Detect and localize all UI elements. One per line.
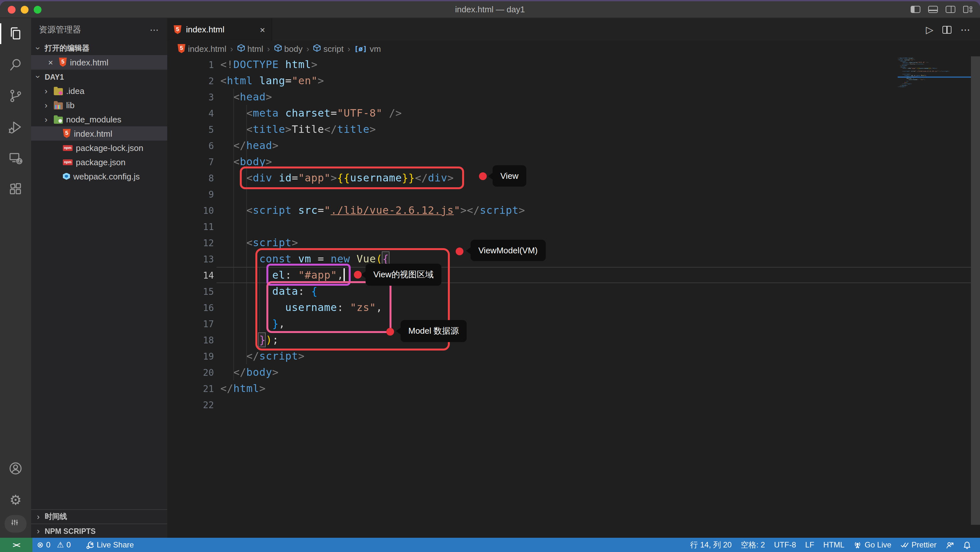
symbol-cube-icon <box>313 44 321 54</box>
breadcrumb-item-vm[interactable]: [ø]vm <box>354 44 381 54</box>
sidebar-bottom-sections: › 时间线 › NPM SCRIPTS <box>31 509 167 538</box>
scrollbar[interactable] <box>971 56 980 525</box>
status-prettier[interactable]: Prettier <box>896 540 941 549</box>
close-window-button[interactable] <box>8 5 16 13</box>
activity-explorer[interactable] <box>0 18 31 49</box>
activity-accounts[interactable] <box>0 453 31 484</box>
title-bar[interactable]: index.html — day1 <box>0 1 980 18</box>
tree-item-package-json[interactable]: npmpackage.json <box>31 155 167 169</box>
status-problems[interactable]: ⊗0⚠0 <box>32 540 75 549</box>
toggle-panel-icon[interactable] <box>928 6 938 13</box>
warning-icon: ⚠ <box>57 540 64 549</box>
npm-scripts-section[interactable]: › NPM SCRIPTS <box>31 523 167 538</box>
code-line-4[interactable]: 4 <meta charset="UTF-8" /> <box>167 105 980 121</box>
more-actions-icon[interactable]: ⋯ <box>150 24 159 35</box>
webpack-icon <box>63 173 70 180</box>
breadcrumb-item-body[interactable]: body <box>274 44 302 54</box>
status-notifications[interactable] <box>959 541 976 549</box>
breadcrumb-separator: › <box>231 44 233 54</box>
code-line-6[interactable]: 6 </head> <box>167 137 980 154</box>
open-editors-label: 打开的编辑器 <box>45 43 89 53</box>
tab-index-html[interactable]: 5 index.html × <box>167 18 272 41</box>
status-encoding[interactable]: UTF-8 <box>770 540 801 549</box>
traffic-lights <box>8 1 41 17</box>
double-check-icon <box>900 541 909 549</box>
activity-search[interactable] <box>0 49 31 80</box>
symbol-variable-icon: [ø] <box>354 44 367 53</box>
status-cursor-position[interactable]: 行 14, 列 20 <box>686 539 736 550</box>
timeline-section[interactable]: › 时间线 <box>31 509 167 523</box>
code-line-20[interactable]: 20 </body> <box>167 364 980 380</box>
code-line-22[interactable] <box>898 87 971 89</box>
code-line-21[interactable]: 21</html> <box>167 380 980 397</box>
code-line-22[interactable]: 22 <box>167 397 980 413</box>
symbol-cube-icon <box>274 44 282 54</box>
open-editors-section[interactable]: › 打开的编辑器 <box>31 41 167 55</box>
code-line-11[interactable]: 11 <box>167 218 980 235</box>
status-live-share[interactable]: Live Share <box>80 540 138 549</box>
tree-item-package-lock-json[interactable]: npmpackage-lock.json <box>31 141 167 155</box>
activity-run-debug[interactable] <box>0 111 31 143</box>
tree-item-node-modules[interactable]: ›node_modules <box>31 112 167 126</box>
search-icon <box>8 57 23 73</box>
status-indentation[interactable]: 空格: 2 <box>736 539 770 550</box>
line-number: 5 <box>167 122 214 138</box>
tree-item-label: package.json <box>76 157 126 167</box>
status-go-live[interactable]: Go Live <box>849 540 896 549</box>
breadcrumb-label: body <box>284 44 302 54</box>
project-section[interactable]: › DAY1 <box>31 69 167 84</box>
zoom-window-button[interactable] <box>34 5 41 13</box>
line-number: 20 <box>167 365 214 381</box>
breadcrumb-item-html[interactable]: html <box>237 44 263 54</box>
status-label: 空格: 2 <box>741 539 765 550</box>
annotation-box-view <box>240 167 464 189</box>
activity-bar: ⚙ <box>0 18 31 538</box>
toggle-secondary-sidebar-icon[interactable] <box>946 6 955 13</box>
line-number: 22 <box>167 397 214 413</box>
code-line-3[interactable]: 3 <head> <box>167 89 980 105</box>
line-number: 12 <box>167 235 214 251</box>
tree-item--idea[interactable]: ›.idea <box>31 84 167 98</box>
close-icon[interactable]: × <box>45 57 56 67</box>
line-number: 3 <box>167 89 214 106</box>
status-person[interactable] <box>941 541 959 549</box>
minimap[interactable]: <!DOCTYPE html><html lang="en"> <head> <… <box>898 58 971 142</box>
tree-indent: › <box>31 86 51 95</box>
chevron-down-icon: › <box>33 72 43 81</box>
tree-item-label: node_modules <box>66 114 121 124</box>
code-line-5[interactable]: 5 <title>Title</title> <box>167 121 980 137</box>
chevron-down-icon: › <box>33 43 43 52</box>
minimize-window-button[interactable] <box>21 5 29 13</box>
run-button[interactable]: ▷ <box>926 24 933 35</box>
tree-item-index-html[interactable]: 5index.html <box>31 126 167 141</box>
source-control-icon <box>8 88 23 104</box>
status-label: UTF-8 <box>774 540 796 549</box>
open-editor-item[interactable]: ×5index.html <box>31 55 167 69</box>
tune-icon <box>10 518 21 529</box>
chevron-right-icon: › <box>41 86 51 95</box>
customize-layout-icon[interactable] <box>963 6 974 13</box>
close-tab-icon[interactable]: × <box>260 24 265 35</box>
activity-extensions[interactable] <box>0 174 31 205</box>
line-number: 9 <box>167 187 214 203</box>
activity-tune[interactable] <box>5 515 27 533</box>
status-eol[interactable]: LF <box>801 540 819 549</box>
status-language[interactable]: HTML <box>819 540 849 549</box>
code-line-1[interactable]: 1<!DOCTYPE html> <box>167 56 980 73</box>
layout-controls <box>911 1 974 17</box>
split-editor-icon[interactable] <box>942 25 951 33</box>
breadcrumb-item-script[interactable]: script <box>313 44 344 54</box>
activity-source-control[interactable] <box>0 80 31 111</box>
tree-item-webpack-config-js[interactable]: webpack.config.js <box>31 169 167 183</box>
error-count: 0 <box>46 540 50 549</box>
breadcrumb-item-index.html[interactable]: 5index.html <box>178 44 226 54</box>
more-actions-icon[interactable]: ⋯ <box>961 24 971 35</box>
account-icon <box>8 461 23 476</box>
tree-item-lib[interactable]: ›lib <box>31 98 167 112</box>
toggle-sidebar-icon[interactable] <box>911 6 920 13</box>
remote-indicator[interactable]: >< <box>0 538 32 552</box>
activity-remote-explorer[interactable] <box>0 143 31 174</box>
code-line-10[interactable]: 10 <script src="./lib/vue-2.6.12.js"></s… <box>167 202 980 218</box>
code-line-2[interactable]: 2<html lang="en"> <box>167 73 980 89</box>
activity-settings[interactable]: ⚙ <box>0 484 31 515</box>
